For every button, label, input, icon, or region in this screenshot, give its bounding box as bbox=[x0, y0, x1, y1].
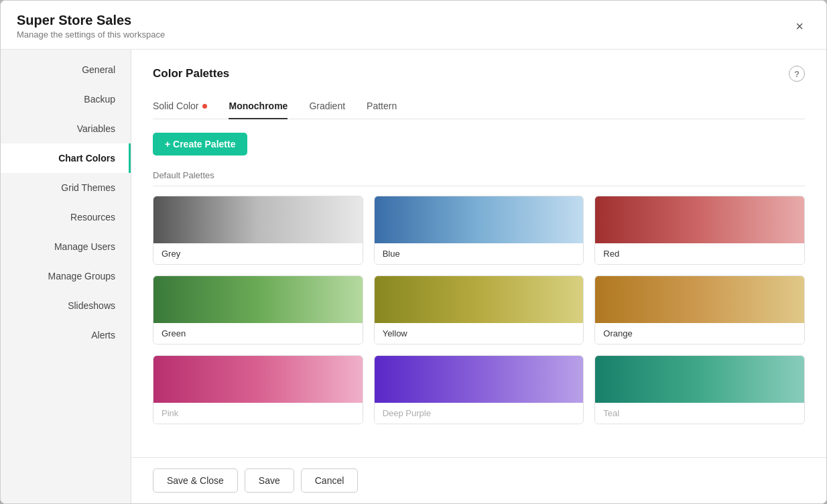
modal-body: General Backup Variables Chart Colors Gr… bbox=[1, 50, 826, 503]
help-icon[interactable]: ? bbox=[789, 66, 805, 82]
modal-title: Super Store Sales Manage the settings of… bbox=[17, 13, 165, 40]
tab-solid-label: Solid Color bbox=[153, 101, 198, 111]
section-title-row: Color Palettes ? bbox=[153, 66, 805, 82]
palette-grid: GreyBlueRedGreenYellowOrangePinkDeep Pur… bbox=[153, 196, 805, 424]
palette-swatch-yellow bbox=[375, 276, 584, 323]
palette-card-grey[interactable]: Grey bbox=[153, 196, 363, 265]
tab-solid-color[interactable]: Solid Color bbox=[153, 95, 207, 119]
workspace-settings-modal: Super Store Sales Manage the settings of… bbox=[0, 0, 827, 504]
palette-name-pink: Pink bbox=[153, 403, 363, 424]
palette-card-yellow[interactable]: Yellow bbox=[374, 275, 584, 344]
content-area: Color Palettes ? Solid Color Monochrome … bbox=[131, 50, 826, 503]
sidebar-item-grid-themes[interactable]: Grid Themes bbox=[1, 173, 131, 202]
modal-header: Super Store Sales Manage the settings of… bbox=[1, 1, 826, 50]
palette-card-orange[interactable]: Orange bbox=[594, 275, 805, 344]
palette-name-yellow: Yellow bbox=[375, 323, 584, 344]
palette-name-teal: Teal bbox=[595, 403, 804, 424]
tab-monochrome-label: Monochrome bbox=[229, 101, 288, 111]
palette-card-pink[interactable]: Pink bbox=[153, 355, 363, 424]
sidebar-item-general[interactable]: General bbox=[1, 55, 131, 84]
sidebar-item-slideshows[interactable]: Slideshows bbox=[1, 291, 131, 320]
sidebar-item-manage-groups[interactable]: Manage Groups bbox=[1, 261, 131, 291]
sidebar-item-backup[interactable]: Backup bbox=[1, 84, 131, 114]
section-title-text: Color Palettes bbox=[153, 67, 229, 80]
palette-swatch-teal bbox=[595, 356, 804, 403]
palette-name-deep-purple: Deep Purple bbox=[375, 403, 584, 424]
sidebar-item-variables[interactable]: Variables bbox=[1, 114, 131, 143]
save-close-button[interactable]: Save & Close bbox=[153, 468, 238, 493]
palette-card-blue[interactable]: Blue bbox=[374, 196, 584, 265]
sidebar-item-chart-colors[interactable]: Chart Colors bbox=[1, 143, 131, 173]
sidebar-item-manage-users[interactable]: Manage Users bbox=[1, 232, 131, 261]
palette-swatch-deep-purple bbox=[375, 356, 584, 403]
tab-gradient-label: Gradient bbox=[309, 101, 345, 111]
palette-swatch-red bbox=[595, 196, 804, 243]
tab-pattern[interactable]: Pattern bbox=[367, 95, 397, 119]
sidebar-item-resources[interactable]: Resources bbox=[1, 202, 131, 232]
palette-card-deep-purple[interactable]: Deep Purple bbox=[374, 355, 584, 424]
palette-name-grey: Grey bbox=[153, 243, 363, 264]
solid-color-dot bbox=[202, 104, 207, 109]
save-button[interactable]: Save bbox=[245, 468, 294, 493]
palette-name-green: Green bbox=[153, 323, 363, 344]
palette-swatch-pink bbox=[153, 356, 363, 403]
workspace-subtitle: Manage the settings of this workspace bbox=[17, 29, 165, 40]
sidebar-item-alerts[interactable]: Alerts bbox=[1, 320, 131, 350]
palette-card-green[interactable]: Green bbox=[153, 275, 363, 344]
palette-type-tabs: Solid Color Monochrome Gradient Pattern bbox=[153, 95, 805, 119]
content-main: Color Palettes ? Solid Color Monochrome … bbox=[131, 50, 826, 457]
palette-card-teal[interactable]: Teal bbox=[594, 355, 805, 424]
palette-swatch-blue bbox=[375, 196, 584, 243]
palette-swatch-green bbox=[153, 276, 363, 323]
close-button[interactable]: × bbox=[789, 15, 810, 37]
tab-gradient[interactable]: Gradient bbox=[309, 95, 345, 119]
content-footer: Save & Close Save Cancel bbox=[131, 457, 826, 503]
sidebar: General Backup Variables Chart Colors Gr… bbox=[1, 50, 131, 503]
default-palettes-label: Default Palettes bbox=[153, 170, 805, 186]
palette-name-blue: Blue bbox=[375, 243, 584, 264]
tab-monochrome[interactable]: Monochrome bbox=[229, 95, 288, 119]
cancel-button[interactable]: Cancel bbox=[301, 468, 359, 493]
palette-swatch-grey bbox=[153, 196, 363, 243]
palette-name-orange: Orange bbox=[595, 323, 804, 344]
palette-card-red[interactable]: Red bbox=[594, 196, 805, 265]
palette-swatch-orange bbox=[595, 276, 804, 323]
tab-pattern-label: Pattern bbox=[367, 101, 397, 111]
palette-name-red: Red bbox=[595, 243, 804, 264]
workspace-name: Super Store Sales bbox=[17, 13, 165, 28]
create-palette-button[interactable]: + Create Palette bbox=[153, 133, 247, 155]
